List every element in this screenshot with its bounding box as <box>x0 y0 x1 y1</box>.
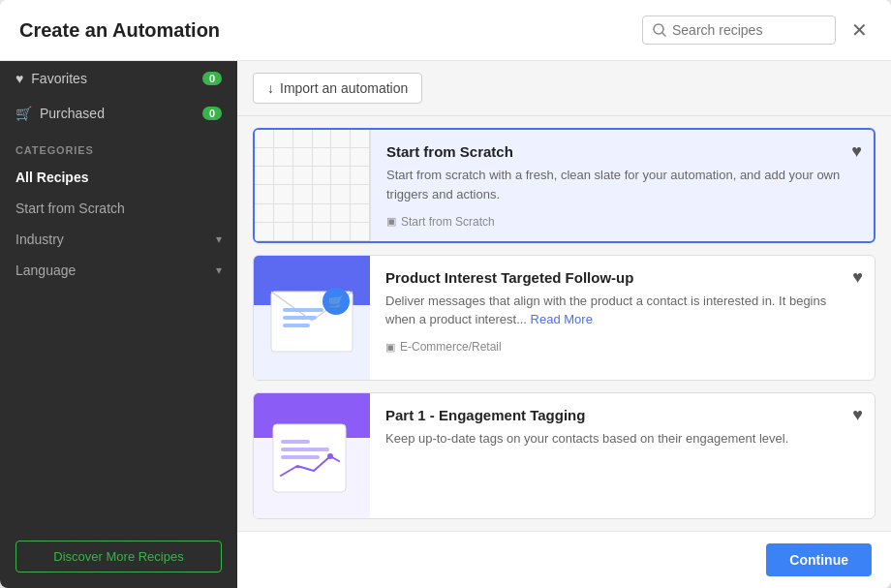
recipe-tag-scratch: ▣ Start from Scratch <box>386 215 495 229</box>
modal-body: ♥ Favorites 0 🛒 Purchased 0 CATEGORIES A… <box>0 61 891 588</box>
sidebar-item-language[interactable]: Language ▾ <box>0 255 237 286</box>
recipe-card-product-interest[interactable]: 🛒 Product Interest Targeted Follow-up De… <box>253 255 876 382</box>
sidebar-item-all-recipes[interactable]: All Recipes <box>0 162 237 193</box>
tag-icon-product: ▣ <box>385 341 395 354</box>
recipe-card-engagement-tagging[interactable]: Part 1 - Engagement Tagging Keep up-to-d… <box>253 392 876 519</box>
recipe-info-engagement: Part 1 - Engagement Tagging Keep up-to-d… <box>370 393 875 518</box>
svg-rect-7 <box>283 308 323 312</box>
start-from-scratch-label: Start from Scratch <box>15 201 125 216</box>
import-bar: ↓ Import an automation <box>237 61 891 116</box>
engagement-illustration <box>254 393 370 518</box>
email-illustration: 🛒 <box>254 256 370 381</box>
svg-line-1 <box>662 33 665 36</box>
recipe-thumbnail-scratch <box>255 130 371 241</box>
recipes-list: Start from Scratch Start from scratch wi… <box>237 116 891 531</box>
tag-icon-scratch: ▣ <box>386 215 396 228</box>
cart-icon: 🛒 <box>15 106 32 121</box>
import-icon: ↓ <box>267 80 274 96</box>
recipe-desc-engagement: Keep up-to-date tags on your contacts ba… <box>385 429 859 449</box>
recipe-thumbnail-product-interest: 🛒 <box>254 256 370 381</box>
favorites-label: Favorites <box>31 71 87 86</box>
read-more-product-interest[interactable]: Read More <box>531 312 593 326</box>
sidebar-item-favorites[interactable]: ♥ Favorites 0 <box>0 61 237 96</box>
import-label: Import an automation <box>280 80 408 96</box>
all-recipes-label: All Recipes <box>15 170 88 185</box>
recipe-desc-scratch: Start from scratch with a fresh, clean s… <box>386 166 858 203</box>
recipe-title-product-interest: Product Interest Targeted Follow-up <box>385 269 859 286</box>
search-input[interactable] <box>672 22 825 38</box>
modal-footer: Continue <box>237 531 891 588</box>
svg-text:🛒: 🛒 <box>328 294 345 310</box>
main-content: ↓ Import an automation <box>237 61 891 588</box>
favorite-button-engagement[interactable]: ♥ <box>852 405 863 425</box>
sidebar: ♥ Favorites 0 🛒 Purchased 0 CATEGORIES A… <box>0 61 237 588</box>
svg-rect-16 <box>281 448 329 451</box>
recipe-card-scratch[interactable]: Start from Scratch Start from scratch wi… <box>253 128 876 243</box>
recipe-info-product-interest: Product Interest Targeted Follow-up Deli… <box>370 256 875 381</box>
search-box[interactable] <box>642 15 836 45</box>
heart-icon: ♥ <box>15 71 23 86</box>
search-icon <box>653 23 666 37</box>
close-button[interactable]: ✕ <box>847 16 872 44</box>
categories-heading: CATEGORIES <box>0 131 237 162</box>
continue-button[interactable]: Continue <box>766 543 872 576</box>
industry-label: Industry <box>15 232 64 247</box>
purchased-badge: 0 <box>202 107 222 120</box>
svg-rect-17 <box>281 455 320 459</box>
header-right: ✕ <box>642 15 872 45</box>
sidebar-item-industry[interactable]: Industry ▾ <box>0 224 237 255</box>
recipe-desc-product-interest: Deliver messages that align with the pro… <box>385 292 859 329</box>
import-automation-button[interactable]: ↓ Import an automation <box>253 73 422 104</box>
scratch-grid <box>255 130 371 241</box>
tag-label-product: E-Commerce/Retail <box>400 340 502 354</box>
recipe-title-engagement: Part 1 - Engagement Tagging <box>385 407 859 423</box>
recipe-info-scratch: Start from Scratch Start from scratch wi… <box>371 130 874 241</box>
industry-chevron-icon: ▾ <box>216 232 222 246</box>
modal-header: Create an Automation ✕ <box>0 0 891 61</box>
recipe-thumbnail-engagement <box>254 393 370 518</box>
recipe-title-scratch: Start from Scratch <box>386 143 858 160</box>
favorites-badge: 0 <box>202 72 222 85</box>
favorite-button-product-interest[interactable]: ♥ <box>852 267 863 288</box>
tag-label-scratch: Start from Scratch <box>401 215 495 229</box>
language-label: Language <box>15 263 76 278</box>
favorite-button-scratch[interactable]: ♥ <box>851 141 862 162</box>
purchased-label: Purchased <box>40 106 105 121</box>
svg-rect-9 <box>283 324 310 327</box>
svg-rect-15 <box>281 440 310 444</box>
discover-more-button[interactable]: Discover More Recipes <box>15 541 222 573</box>
modal-title: Create an Automation <box>19 19 220 42</box>
sidebar-item-purchased[interactable]: 🛒 Purchased 0 <box>0 96 237 131</box>
sidebar-item-start-from-scratch[interactable]: Start from Scratch <box>0 193 237 224</box>
svg-point-18 <box>327 453 333 459</box>
language-chevron-icon: ▾ <box>216 263 222 277</box>
recipe-tag-product-interest: ▣ E-Commerce/Retail <box>385 340 502 354</box>
create-automation-modal: Create an Automation ✕ ♥ Favorites 0 <box>0 0 891 588</box>
svg-rect-8 <box>283 316 317 320</box>
